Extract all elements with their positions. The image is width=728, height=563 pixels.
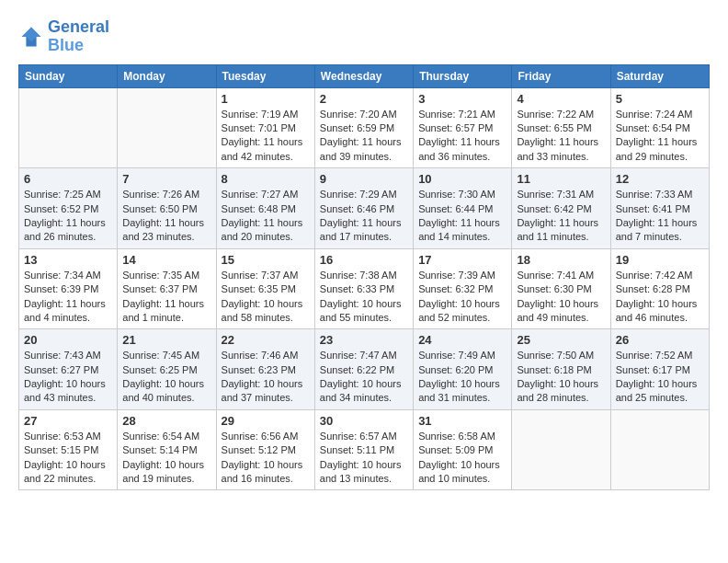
calendar-cell: 21Sunrise: 7:45 AM Sunset: 6:25 PM Dayli… <box>118 329 216 410</box>
calendar-cell: 17Sunrise: 7:39 AM Sunset: 6:32 PM Dayli… <box>414 248 512 329</box>
calendar-week-row-4: 20Sunrise: 7:43 AM Sunset: 6:27 PM Dayli… <box>19 329 710 410</box>
day-info: Sunrise: 6:54 AM Sunset: 5:14 PM Dayligh… <box>122 430 210 487</box>
calendar-cell: 18Sunrise: 7:41 AM Sunset: 6:30 PM Dayli… <box>512 248 610 329</box>
day-info: Sunrise: 7:34 AM Sunset: 6:39 PM Dayligh… <box>24 269 112 326</box>
day-number: 20 <box>24 333 112 347</box>
day-info: Sunrise: 7:41 AM Sunset: 6:30 PM Dayligh… <box>517 269 605 326</box>
calendar-cell: 5Sunrise: 7:24 AM Sunset: 6:54 PM Daylig… <box>610 87 709 168</box>
calendar-cell: 2Sunrise: 7:20 AM Sunset: 6:59 PM Daylig… <box>314 87 413 168</box>
svg-marker-1 <box>22 27 41 41</box>
day-number: 24 <box>418 333 506 347</box>
day-info: Sunrise: 7:22 AM Sunset: 6:55 PM Dayligh… <box>517 108 605 165</box>
day-info: Sunrise: 7:43 AM Sunset: 6:27 PM Dayligh… <box>24 349 112 406</box>
calendar-header-thursday: Thursday <box>414 64 512 87</box>
day-info: Sunrise: 7:30 AM Sunset: 6:44 PM Dayligh… <box>418 188 506 245</box>
calendar-cell: 14Sunrise: 7:35 AM Sunset: 6:37 PM Dayli… <box>118 248 216 329</box>
calendar-cell: 29Sunrise: 6:56 AM Sunset: 5:12 PM Dayli… <box>216 409 314 490</box>
calendar-cell: 9Sunrise: 7:29 AM Sunset: 6:46 PM Daylig… <box>314 168 413 249</box>
day-number: 3 <box>418 92 506 106</box>
day-info: Sunrise: 7:33 AM Sunset: 6:41 PM Dayligh… <box>616 188 704 245</box>
day-number: 8 <box>222 172 310 186</box>
day-number: 7 <box>122 172 210 186</box>
calendar-cell: 4Sunrise: 7:22 AM Sunset: 6:55 PM Daylig… <box>512 87 610 168</box>
calendar-cell: 24Sunrise: 7:49 AM Sunset: 6:20 PM Dayli… <box>414 329 512 410</box>
day-info: Sunrise: 7:52 AM Sunset: 6:17 PM Dayligh… <box>616 349 704 406</box>
calendar-cell: 26Sunrise: 7:52 AM Sunset: 6:17 PM Dayli… <box>610 329 709 410</box>
day-info: Sunrise: 7:46 AM Sunset: 6:23 PM Dayligh… <box>222 349 310 406</box>
calendar-cell: 1Sunrise: 7:19 AM Sunset: 7:01 PM Daylig… <box>216 87 314 168</box>
calendar-cell <box>512 409 610 490</box>
day-info: Sunrise: 7:29 AM Sunset: 6:46 PM Dayligh… <box>320 188 408 245</box>
day-number: 30 <box>320 414 408 428</box>
day-number: 25 <box>517 333 605 347</box>
day-number: 31 <box>418 414 506 428</box>
calendar-cell: 13Sunrise: 7:34 AM Sunset: 6:39 PM Dayli… <box>19 248 118 329</box>
day-info: Sunrise: 7:35 AM Sunset: 6:37 PM Dayligh… <box>122 269 210 326</box>
day-info: Sunrise: 7:21 AM Sunset: 6:57 PM Dayligh… <box>418 108 506 165</box>
page-header: General Blue <box>18 18 710 55</box>
calendar-week-row-5: 27Sunrise: 6:53 AM Sunset: 5:15 PM Dayli… <box>19 409 710 490</box>
day-number: 12 <box>616 172 704 186</box>
day-number: 21 <box>122 333 210 347</box>
day-number: 5 <box>616 92 704 106</box>
day-info: Sunrise: 6:58 AM Sunset: 5:09 PM Dayligh… <box>418 430 506 487</box>
calendar-cell <box>118 87 216 168</box>
day-number: 2 <box>320 92 408 106</box>
calendar-cell: 12Sunrise: 7:33 AM Sunset: 6:41 PM Dayli… <box>610 168 709 249</box>
day-info: Sunrise: 7:24 AM Sunset: 6:54 PM Dayligh… <box>616 108 704 165</box>
day-info: Sunrise: 7:49 AM Sunset: 6:20 PM Dayligh… <box>418 349 506 406</box>
day-info: Sunrise: 7:39 AM Sunset: 6:32 PM Dayligh… <box>418 269 506 326</box>
calendar-header-monday: Monday <box>118 64 216 87</box>
calendar-cell: 22Sunrise: 7:46 AM Sunset: 6:23 PM Dayli… <box>216 329 314 410</box>
day-info: Sunrise: 7:50 AM Sunset: 6:18 PM Dayligh… <box>517 349 605 406</box>
calendar-cell: 8Sunrise: 7:27 AM Sunset: 6:48 PM Daylig… <box>216 168 314 249</box>
calendar-cell: 10Sunrise: 7:30 AM Sunset: 6:44 PM Dayli… <box>414 168 512 249</box>
day-number: 11 <box>517 172 605 186</box>
calendar-cell: 30Sunrise: 6:57 AM Sunset: 5:11 PM Dayli… <box>314 409 413 490</box>
day-info: Sunrise: 7:31 AM Sunset: 6:42 PM Dayligh… <box>517 188 605 245</box>
calendar-header-wednesday: Wednesday <box>314 64 413 87</box>
calendar-cell: 11Sunrise: 7:31 AM Sunset: 6:42 PM Dayli… <box>512 168 610 249</box>
day-number: 9 <box>320 172 408 186</box>
day-number: 29 <box>222 414 310 428</box>
calendar-week-row-2: 6Sunrise: 7:25 AM Sunset: 6:52 PM Daylig… <box>19 168 710 249</box>
day-info: Sunrise: 7:42 AM Sunset: 6:28 PM Dayligh… <box>616 269 704 326</box>
day-number: 16 <box>320 253 408 267</box>
calendar-header-saturday: Saturday <box>610 64 709 87</box>
day-number: 18 <box>517 253 605 267</box>
calendar-cell: 15Sunrise: 7:37 AM Sunset: 6:35 PM Dayli… <box>216 248 314 329</box>
day-number: 17 <box>418 253 506 267</box>
calendar-week-row-3: 13Sunrise: 7:34 AM Sunset: 6:39 PM Dayli… <box>19 248 710 329</box>
day-info: Sunrise: 6:53 AM Sunset: 5:15 PM Dayligh… <box>24 430 112 487</box>
logo-icon <box>18 24 44 50</box>
calendar-cell: 25Sunrise: 7:50 AM Sunset: 6:18 PM Dayli… <box>512 329 610 410</box>
calendar-week-row-1: 1Sunrise: 7:19 AM Sunset: 7:01 PM Daylig… <box>19 87 710 168</box>
calendar-cell: 23Sunrise: 7:47 AM Sunset: 6:22 PM Dayli… <box>314 329 413 410</box>
day-number: 22 <box>222 333 310 347</box>
day-info: Sunrise: 7:26 AM Sunset: 6:50 PM Dayligh… <box>122 188 210 245</box>
calendar-cell: 6Sunrise: 7:25 AM Sunset: 6:52 PM Daylig… <box>19 168 118 249</box>
day-info: Sunrise: 7:19 AM Sunset: 7:01 PM Dayligh… <box>222 108 310 165</box>
calendar-table: SundayMondayTuesdayWednesdayThursdayFrid… <box>18 64 710 491</box>
day-number: 23 <box>320 333 408 347</box>
day-number: 27 <box>24 414 112 428</box>
calendar-cell: 28Sunrise: 6:54 AM Sunset: 5:14 PM Dayli… <box>118 409 216 490</box>
calendar-cell: 7Sunrise: 7:26 AM Sunset: 6:50 PM Daylig… <box>118 168 216 249</box>
calendar-cell: 16Sunrise: 7:38 AM Sunset: 6:33 PM Dayli… <box>314 248 413 329</box>
day-number: 4 <box>517 92 605 106</box>
calendar-cell: 3Sunrise: 7:21 AM Sunset: 6:57 PM Daylig… <box>414 87 512 168</box>
calendar-cell <box>19 87 118 168</box>
day-info: Sunrise: 6:56 AM Sunset: 5:12 PM Dayligh… <box>222 430 310 487</box>
calendar-header-row: SundayMondayTuesdayWednesdayThursdayFrid… <box>19 64 710 87</box>
day-number: 13 <box>24 253 112 267</box>
calendar-cell <box>610 409 709 490</box>
calendar-header-sunday: Sunday <box>19 64 118 87</box>
day-info: Sunrise: 7:45 AM Sunset: 6:25 PM Dayligh… <box>122 349 210 406</box>
calendar-header-friday: Friday <box>512 64 610 87</box>
day-number: 28 <box>122 414 210 428</box>
calendar-cell: 31Sunrise: 6:58 AM Sunset: 5:09 PM Dayli… <box>414 409 512 490</box>
day-number: 10 <box>418 172 506 186</box>
day-info: Sunrise: 7:47 AM Sunset: 6:22 PM Dayligh… <box>320 349 408 406</box>
calendar-cell: 19Sunrise: 7:42 AM Sunset: 6:28 PM Dayli… <box>610 248 709 329</box>
day-number: 15 <box>222 253 310 267</box>
